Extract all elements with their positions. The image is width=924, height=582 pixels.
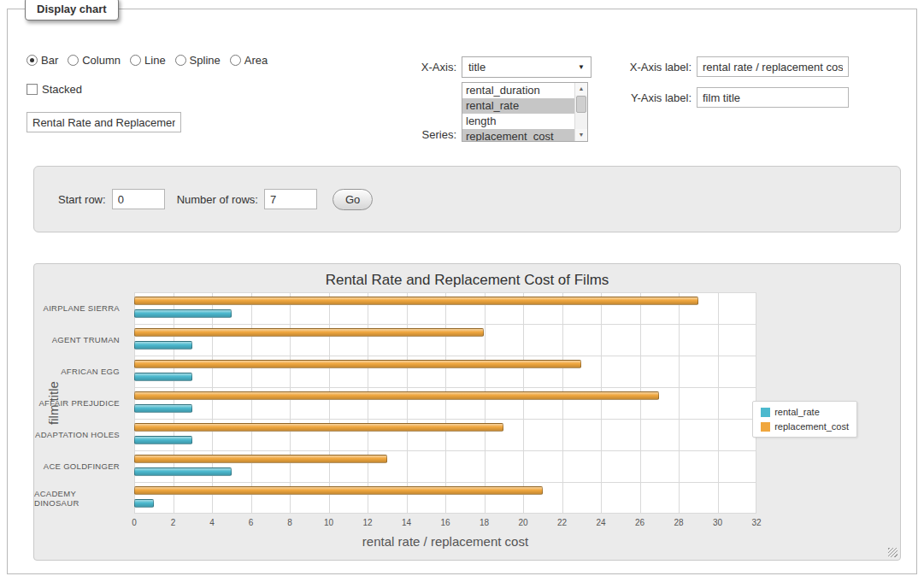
- chevron-down-icon: ▼: [578, 64, 585, 71]
- chart-type-option-line[interactable]: Line: [130, 54, 166, 67]
- category-label: ACADEMY DINOSAUR: [34, 482, 127, 514]
- radio-icon[interactable]: [230, 55, 241, 66]
- bar-rental_rate[interactable]: [134, 404, 192, 413]
- bar-rental_rate[interactable]: [134, 373, 192, 381]
- legend: rental_ratereplacement_cost: [752, 401, 857, 438]
- stacked-checkbox-row[interactable]: Stacked: [26, 83, 82, 96]
- num-rows-input[interactable]: [264, 189, 317, 209]
- bar-replacement_cost[interactable]: [134, 391, 659, 400]
- gridline: [134, 419, 756, 420]
- chart-type-option-column[interactable]: Column: [68, 54, 121, 67]
- stacked-label: Stacked: [42, 83, 82, 96]
- x-tick-label: 4: [209, 518, 215, 527]
- x-tick-label: 24: [596, 518, 605, 527]
- x-tick-label: 28: [674, 518, 683, 527]
- gridline: [251, 292, 252, 514]
- bar-rental_rate[interactable]: [134, 436, 192, 444]
- radio-icon[interactable]: [26, 55, 38, 66]
- start-row-input[interactable]: [112, 189, 165, 209]
- chart-title-input[interactable]: [26, 112, 181, 132]
- scroll-up-icon[interactable]: ▲: [575, 83, 587, 95]
- radio-label: Column: [82, 54, 121, 67]
- stacked-checkbox[interactable]: [26, 84, 38, 95]
- row-range-panel: Start row: Number of rows: Go: [33, 166, 901, 232]
- gridline: [134, 482, 756, 483]
- gridline: [679, 292, 680, 514]
- series-scrollbar[interactable]: ▲ ▼: [574, 83, 587, 141]
- bar-rental_rate[interactable]: [134, 467, 232, 476]
- radio-icon[interactable]: [130, 55, 141, 66]
- num-rows-label: Number of rows:: [177, 193, 258, 206]
- gridline: [407, 292, 408, 514]
- resize-handle-icon[interactable]: [888, 548, 898, 557]
- x-axis-select-value: title: [468, 61, 486, 73]
- radio-label: Line: [144, 54, 166, 67]
- go-button[interactable]: Go: [333, 189, 373, 210]
- chart-type-option-area[interactable]: Area: [230, 54, 268, 67]
- bar-replacement_cost[interactable]: [134, 423, 503, 432]
- gridline: [523, 292, 524, 514]
- x-tick-label: 14: [402, 518, 411, 527]
- gridline: [329, 292, 330, 514]
- bar-replacement_cost[interactable]: [134, 328, 484, 337]
- y-axis-label-input[interactable]: [697, 87, 849, 108]
- x-tick-label: 2: [171, 518, 176, 527]
- bar-rental_rate[interactable]: [134, 341, 192, 350]
- x-axis-caption: X-Axis:: [375, 61, 456, 73]
- bar-replacement_cost[interactable]: [134, 486, 543, 495]
- start-row-label: Start row:: [58, 193, 106, 206]
- bar-replacement_cost[interactable]: [134, 360, 581, 368]
- chart-type-option-bar[interactable]: Bar: [26, 54, 58, 67]
- gridline: [562, 292, 563, 514]
- x-axis-label-input[interactable]: [697, 56, 849, 77]
- chart-area: Rental Rate and Replacement Cost of Film…: [34, 264, 900, 560]
- series-option-rental_duration[interactable]: rental_duration: [462, 83, 574, 98]
- x-axis-title: rental rate / replacement cost: [134, 534, 756, 549]
- radio-label: Spline: [190, 54, 221, 67]
- x-tick-label: 8: [287, 518, 292, 527]
- radio-icon[interactable]: [175, 55, 186, 66]
- x-tick-label: 16: [440, 518, 450, 527]
- chart-type-option-spline[interactable]: Spline: [175, 54, 221, 67]
- gridline: [718, 292, 719, 514]
- x-tick-label: 10: [324, 518, 333, 527]
- plot-area: [134, 292, 756, 514]
- legend-item[interactable]: replacement_cost: [761, 421, 849, 432]
- x-tick-label: 18: [480, 518, 489, 527]
- legend-swatch-icon: [761, 408, 770, 417]
- gridline: [134, 324, 756, 325]
- radio-icon[interactable]: [68, 55, 79, 66]
- legend-swatch-icon: [761, 422, 770, 432]
- series-option-rental_rate[interactable]: rental_rate: [462, 98, 574, 114]
- series-listbox[interactable]: rental_durationrental_ratelengthreplacem…: [462, 82, 588, 142]
- category-label: ACE GOLDFINGER: [34, 450, 127, 482]
- bar-replacement_cost[interactable]: [134, 297, 698, 305]
- x-axis-label-caption: X-Axis label:: [606, 61, 692, 73]
- x-axis-select[interactable]: title ▼: [462, 56, 591, 78]
- category-label: AFFAIR PREJUDICE: [34, 387, 127, 419]
- gridline: [445, 292, 446, 514]
- x-tick-label: 30: [713, 518, 722, 527]
- bar-rental_rate[interactable]: [134, 499, 154, 508]
- legend-item[interactable]: rental_rate: [761, 407, 849, 417]
- x-tick-label: 20: [518, 518, 527, 527]
- radio-label: Bar: [41, 54, 58, 67]
- gridline: [134, 292, 756, 293]
- gridline: [134, 513, 756, 514]
- series-option-length[interactable]: length: [462, 114, 574, 129]
- bar-replacement_cost[interactable]: [134, 455, 387, 463]
- series-listbox-options: rental_durationrental_ratelengthreplacem…: [462, 83, 574, 141]
- scroll-down-icon[interactable]: ▼: [575, 129, 587, 141]
- chart-panel: Rental Rate and Replacement Cost of Film…: [33, 263, 901, 561]
- display-chart-panel: Display chart BarColumnLineSplineArea St…: [7, 9, 917, 574]
- gridline: [134, 356, 756, 356]
- bar-rental_rate[interactable]: [134, 309, 232, 318]
- gridline: [640, 292, 641, 514]
- chart-title: Rental Rate and Replacement Cost of Film…: [34, 272, 900, 289]
- scrollbar-thumb[interactable]: [576, 96, 586, 113]
- category-label: AGENT TRUMAN: [34, 324, 127, 356]
- series-option-replacement_cost[interactable]: replacement_cost: [462, 129, 574, 142]
- gridline: [601, 292, 602, 514]
- gridline: [368, 292, 368, 514]
- radio-label: Area: [244, 54, 268, 67]
